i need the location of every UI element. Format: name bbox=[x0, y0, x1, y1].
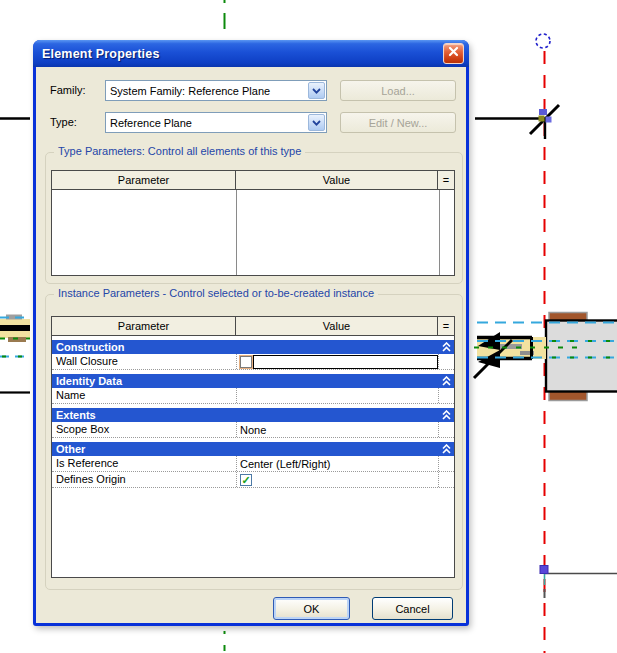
drag-handle-blue[interactable] bbox=[539, 109, 547, 115]
parameter-value[interactable]: ✓ bbox=[236, 472, 438, 487]
parameter-row: Is ReferenceCenter (Left/Right) bbox=[52, 456, 454, 472]
edit-new-button[interactable]: Edit / New... bbox=[340, 112, 456, 133]
instance-table-body: ConstructionWall ClosureIdentity DataNam… bbox=[52, 340, 454, 488]
equals-cell bbox=[438, 354, 454, 369]
instance-parameters-table[interactable]: ParameterValue= ConstructionWall Closure… bbox=[51, 316, 455, 578]
category-name: Construction bbox=[52, 341, 438, 353]
category-row[interactable]: Extents bbox=[52, 408, 454, 422]
drag-handle-purple bbox=[540, 566, 548, 574]
instance-table-header: ParameterValue= bbox=[52, 317, 454, 336]
parameter-value[interactable] bbox=[236, 388, 438, 403]
defines-origin-checkbox[interactable]: ✓ bbox=[240, 474, 252, 486]
family-dropdown-button[interactable] bbox=[308, 82, 325, 99]
type-parameters-title: Type Parameters: Control all elements of… bbox=[54, 145, 305, 157]
wall-body bbox=[546, 321, 617, 392]
ok-button[interactable]: OK bbox=[273, 597, 350, 620]
drag-handle-olive[interactable] bbox=[539, 116, 545, 122]
category-row[interactable]: Identity Data bbox=[52, 374, 454, 388]
wall-closure-checkbox[interactable] bbox=[240, 356, 252, 368]
equals-cell bbox=[438, 388, 454, 403]
param-section-extents: ExtentsScope BoxNone bbox=[52, 408, 454, 438]
param-section-construction: ConstructionWall Closure bbox=[52, 340, 454, 370]
type-combobox[interactable]: Reference Plane bbox=[105, 112, 327, 133]
type-label: Type: bbox=[50, 116, 77, 128]
element-properties-dialog: Element Properties Family: System Family… bbox=[33, 40, 469, 626]
column-header-=[interactable]: = bbox=[438, 171, 454, 189]
wall-fragment-left[interactable] bbox=[0, 315, 30, 393]
grid-bubble-icon bbox=[536, 34, 550, 48]
equals-cell bbox=[438, 422, 454, 437]
parameter-value[interactable] bbox=[236, 354, 438, 369]
parameter-value[interactable]: None bbox=[236, 422, 438, 437]
parameter-row: Defines Origin✓ bbox=[52, 472, 454, 488]
collapse-chevron-icon bbox=[442, 410, 451, 420]
chevron-down-icon bbox=[312, 120, 321, 126]
chevron-down-icon bbox=[312, 88, 321, 94]
param-section-identity-data: Identity DataName bbox=[52, 374, 454, 404]
collapse-chevron-icon bbox=[442, 342, 451, 352]
parameter-name: Is Reference bbox=[52, 456, 236, 471]
type-dropdown-button[interactable] bbox=[308, 114, 325, 131]
dialog-titlebar[interactable]: Element Properties bbox=[33, 40, 469, 67]
column-header-parameter[interactable]: Parameter bbox=[52, 317, 236, 335]
parameter-name: Wall Closure bbox=[52, 354, 236, 369]
family-value: System Family: Reference Plane bbox=[106, 85, 307, 97]
column-header-value[interactable]: Value bbox=[236, 171, 438, 189]
wall-closure-field[interactable] bbox=[253, 355, 438, 369]
cancel-button[interactable]: Cancel bbox=[372, 597, 453, 620]
type-parameters-table[interactable]: ParameterValue= bbox=[51, 170, 455, 276]
column-header-value[interactable]: Value bbox=[236, 317, 438, 335]
beam-yellow[interactable] bbox=[474, 332, 546, 378]
column-header-=[interactable]: = bbox=[438, 317, 454, 335]
category-row[interactable]: Construction bbox=[52, 340, 454, 354]
load-button[interactable]: Load... bbox=[340, 80, 456, 101]
parameter-name: Scope Box bbox=[52, 422, 236, 437]
drag-handle-blue2[interactable] bbox=[546, 117, 552, 123]
category-name: Extents bbox=[52, 409, 438, 421]
equals-cell bbox=[438, 472, 454, 487]
parameter-name: Defines Origin bbox=[52, 472, 236, 487]
parameter-row: Name bbox=[52, 388, 454, 404]
instance-parameters-title: Instance Parameters - Control selected o… bbox=[54, 287, 378, 299]
family-combobox[interactable]: System Family: Reference Plane bbox=[105, 80, 327, 101]
collapse-chevron-icon bbox=[442, 444, 451, 454]
close-icon bbox=[448, 46, 459, 57]
collapse-chevron-icon bbox=[442, 376, 451, 386]
category-name: Identity Data bbox=[52, 375, 438, 387]
type-table-header: ParameterValue= bbox=[52, 171, 454, 190]
category-name: Other bbox=[52, 443, 438, 455]
category-row[interactable]: Other bbox=[52, 442, 454, 456]
parameter-row: Scope BoxNone bbox=[52, 422, 454, 438]
parameter-value[interactable]: Center (Left/Right) bbox=[236, 456, 438, 471]
parameter-name: Name bbox=[52, 388, 236, 403]
family-label: Family: bbox=[50, 84, 85, 96]
type-value: Reference Plane bbox=[106, 117, 307, 129]
reference-plane-end-lower[interactable] bbox=[540, 566, 617, 599]
equals-cell bbox=[438, 456, 454, 471]
close-button[interactable] bbox=[443, 43, 464, 64]
dialog-title: Element Properties bbox=[42, 47, 443, 61]
column-header-parameter[interactable]: Parameter bbox=[52, 171, 236, 189]
parameter-row: Wall Closure bbox=[52, 354, 454, 370]
param-section-other: OtherIs ReferenceCenter (Left/Right)Defi… bbox=[52, 442, 454, 488]
